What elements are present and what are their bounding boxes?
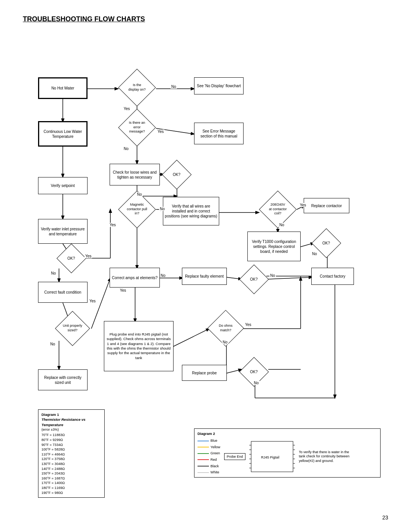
verify-t1000-label: Verify T1000 configuration settings. Rep… bbox=[249, 239, 299, 254]
verify-setpoint-box: Verify setpoint bbox=[38, 177, 88, 194]
wire-row: White bbox=[198, 470, 220, 475]
see-no-display-label: See 'No Display' flowchart bbox=[197, 83, 241, 88]
replace-contactor-box: Replace contactor bbox=[304, 198, 349, 213]
verify-setpoint-label: Verify setpoint bbox=[51, 183, 75, 188]
label-yes-ok-left: Yes bbox=[84, 254, 92, 258]
diagram1-value: 100°F = 5828Ω bbox=[41, 447, 101, 452]
diagram1-value: 90°F = 7334Ω bbox=[41, 443, 101, 447]
label-no-t1000: No bbox=[311, 252, 318, 256]
diagram2-box: Diagram 2 BlueYellowGreenRedBlackWhite P… bbox=[194, 428, 381, 478]
diagram1-value: 140°F = 2488Ω bbox=[41, 466, 101, 471]
label-no-display: No bbox=[170, 85, 177, 89]
label-yes-error2: Yes bbox=[157, 129, 164, 134]
plug-probe-box: Plug probe end into RJ45 pigtail (not su… bbox=[104, 321, 174, 371]
verify-t1000-box: Verify T1000 configuration settings. Rep… bbox=[247, 232, 301, 261]
svg-line-31 bbox=[173, 329, 209, 347]
diagram1-value: 110°F = 4664Ω bbox=[41, 452, 101, 457]
probe-end-label: Probe End bbox=[224, 453, 246, 460]
diagram1-subtitle: Thermistor Resistance vs Temperature bbox=[41, 417, 101, 427]
plug-probe-label: Plug probe end into RJ45 pigtail (not su… bbox=[106, 332, 172, 360]
ok-probe-diamond: OK? bbox=[239, 360, 269, 383]
label-yes-ohms: Yes bbox=[244, 323, 252, 327]
replace-sized-box: Replace with correctly sized unit bbox=[38, 369, 88, 390]
label-no-check: No bbox=[123, 147, 129, 151]
flowchart: No Hot Water Continuous Low Water Temper… bbox=[23, 32, 388, 489]
ok-amps-diamond: OK? bbox=[239, 267, 269, 291]
diagram2-note: To verify that there is water in the tan… bbox=[299, 450, 352, 463]
verify-wires-label: Verify that all wires are installed and … bbox=[165, 204, 217, 219]
cont-low-water-label: Continuous Low Water Temperature bbox=[41, 129, 85, 139]
label-yes-error: Yes bbox=[123, 107, 131, 111]
label-no-mag: No bbox=[159, 207, 166, 211]
ok1-diamond: OK? bbox=[162, 163, 191, 186]
label-yes-coil: Yes bbox=[299, 203, 307, 207]
wire-label: Green bbox=[210, 451, 220, 456]
wire-row: Blue bbox=[198, 438, 220, 443]
contact-factory-box: Contact factory bbox=[311, 268, 354, 285]
ok-t1000-diamond: OK? bbox=[311, 231, 341, 255]
diagram1-value: 70°F = 11883Ω bbox=[41, 433, 101, 438]
label-no-amps: No bbox=[160, 273, 166, 278]
wire-label: Yellow bbox=[210, 445, 220, 450]
do-ohms-diamond: Do ohmsmatch? bbox=[207, 315, 245, 342]
probe-end-box: Probe End bbox=[224, 453, 246, 460]
diagram2-title: Diagram 2 bbox=[198, 431, 377, 436]
diagram2-wires-list: BlueYellowGreenRedBlackWhite bbox=[198, 438, 220, 475]
wire-row: Yellow bbox=[198, 445, 220, 450]
page: TROUBLESHOOTING FLOW CHARTS bbox=[0, 0, 411, 532]
diagram1-value: 130°F = 3048Ω bbox=[41, 462, 101, 466]
label-no-ok1: No bbox=[136, 192, 143, 197]
diagram1-value: 190°F = 980Ω bbox=[41, 490, 101, 495]
see-error-box: See Error Message section of this manual bbox=[194, 123, 244, 144]
coil-240-diamond: 208/240Vat contactorcoil? bbox=[257, 195, 299, 224]
page-title: TROUBLESHOOTING FLOW CHARTS bbox=[23, 15, 388, 23]
diagram1-value: 80°F = 9299Ω bbox=[41, 438, 101, 443]
see-error-label: See Error Message section of this manual bbox=[196, 129, 242, 139]
page-number: 23 bbox=[382, 514, 388, 521]
label-no-ohms: No bbox=[222, 340, 228, 344]
ok-left-diamond: OK? bbox=[56, 246, 86, 270]
wire-row: Red bbox=[198, 457, 220, 462]
error-msg-diamond: Is there anerrormessage? bbox=[116, 113, 158, 142]
wire-label: Red bbox=[210, 457, 217, 462]
label-yes-amps: Yes bbox=[119, 288, 127, 292]
check-loose-label: Check for loose wires and tighten as nec… bbox=[112, 170, 158, 180]
diagram1-values: 70°F = 11883Ω80°F = 9299Ω90°F = 7334Ω100… bbox=[41, 433, 101, 495]
display-on-diamond: Is thedisplay on? bbox=[116, 73, 158, 102]
unit-sized-diamond: Unit properlysized? bbox=[54, 315, 91, 342]
cont-low-water-box: Continuous Low Water Temperature bbox=[38, 121, 88, 147]
replace-contactor-label: Replace contactor bbox=[311, 203, 342, 208]
label-no-unit: No bbox=[49, 342, 56, 346]
diagram1-value: 150°F = 2043Ω bbox=[41, 471, 101, 476]
verify-wires-box: Verify that all wires are installed and … bbox=[163, 197, 219, 225]
diagram1-value: 170°F = 1400Ω bbox=[41, 481, 101, 486]
verify-water-box: Verify water inlet pressure and temperat… bbox=[38, 219, 88, 244]
replace-probe-box: Replace probe bbox=[182, 365, 227, 381]
svg-text:RJ45 Pigtail: RJ45 Pigtail bbox=[261, 455, 279, 459]
contact-factory-label: Contact factory bbox=[320, 274, 345, 279]
wire-label: Blue bbox=[210, 438, 217, 443]
label-yes-unit: Yes bbox=[89, 299, 96, 303]
wire-label: Black bbox=[210, 464, 219, 469]
correct-fault-label: Correct fault condition bbox=[44, 290, 81, 295]
replace-sized-label: Replace with correctly sized unit bbox=[40, 375, 86, 385]
diagram1-box: Diagram 1 Thermistor Resistance vs Tempe… bbox=[38, 409, 105, 498]
label-no-ok-left: No bbox=[50, 271, 57, 275]
replace-probe-label: Replace probe bbox=[192, 371, 217, 375]
label-no-ok-amps: No bbox=[269, 273, 276, 278]
see-no-display-box: See 'No Display' flowchart bbox=[194, 77, 244, 94]
mag-contactor-diamond: Magneticcontactor pullin? bbox=[116, 195, 158, 224]
diagram2-svg: RJ45 Pigtail 1 2 3 4 bbox=[249, 439, 295, 474]
correct-fault-box: Correct fault condition bbox=[38, 282, 88, 303]
label-no-coil: No bbox=[279, 223, 285, 227]
wire-row: Green bbox=[198, 451, 220, 456]
label-yes-mag: Yes bbox=[109, 223, 116, 227]
check-loose-box: Check for loose wires and tighten as nec… bbox=[110, 164, 160, 185]
verify-water-label: Verify water inlet pressure and temperat… bbox=[40, 227, 86, 236]
wire-row: Black bbox=[198, 464, 220, 469]
diagram1-value: 120°F = 3758Ω bbox=[41, 457, 101, 462]
correct-amps-box: Correct amps at elements? bbox=[110, 268, 160, 288]
diagram1-value: 160°F = 1687Ω bbox=[41, 476, 101, 481]
diagram1-error: (error ±3%) bbox=[41, 427, 101, 432]
replace-faulty-box: Replace faulty element bbox=[182, 268, 227, 285]
